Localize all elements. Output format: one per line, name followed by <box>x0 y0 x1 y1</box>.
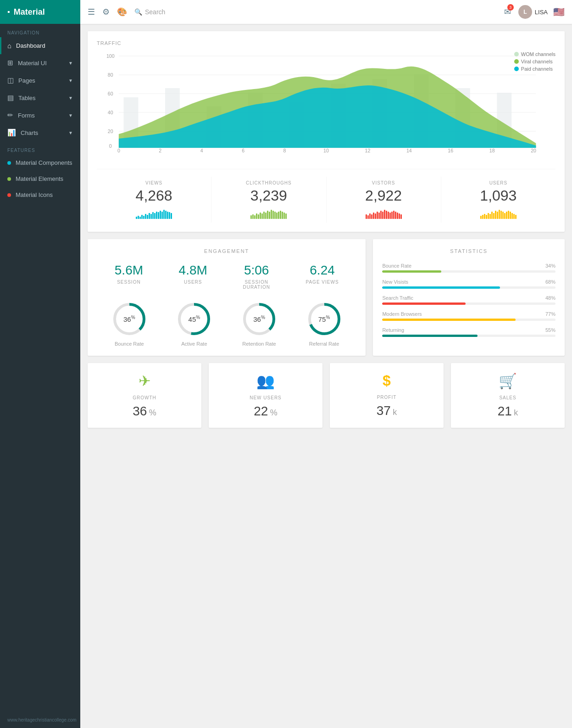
eng-users: 4.8M USERS <box>179 263 207 290</box>
cart-icon: 🛒 <box>460 372 555 390</box>
topbar-right: L LISA 🇺🇸 <box>518 5 565 19</box>
mini-bar <box>271 210 272 219</box>
mini-bar <box>371 214 372 219</box>
eng-value: 4.8M <box>179 263 207 278</box>
stat-bar-pct: 34% <box>545 263 555 269</box>
mini-bar <box>491 212 493 219</box>
svg-text:20: 20 <box>531 148 536 152</box>
mini-bar <box>513 214 515 219</box>
stat-bar-fill <box>382 270 441 273</box>
legend-dot-paid <box>514 67 519 71</box>
stat-bar-pct: 77% <box>545 311 555 317</box>
mini-bars-views <box>97 208 211 219</box>
mini-bar <box>493 213 494 219</box>
mini-bars-click <box>211 208 326 219</box>
sidebar-item-label: Material Elements <box>16 175 63 182</box>
sidebar-item-charts[interactable]: 📊 Charts ▼ <box>0 124 80 141</box>
sidebar-item-material-components[interactable]: Material Components <box>0 155 80 171</box>
dot-icon <box>7 177 11 181</box>
svg-text:0: 0 <box>117 148 120 152</box>
main-content: ☰ ⚙ 🎨 🔍 Search ✉ 3 L LISA 🇺🇸 TRAFFIC <box>80 0 572 728</box>
mini-bar <box>399 213 400 219</box>
sidebar-item-dashboard[interactable]: ⌂ Dashboard <box>0 37 80 54</box>
user-menu[interactable]: L LISA <box>518 5 548 19</box>
sidebar-item-pages[interactable]: ◫ Pages ▼ <box>0 72 80 89</box>
sidebar-item-tables[interactable]: ▤ Tables ▼ <box>0 89 80 106</box>
svg-text:60: 60 <box>108 91 113 96</box>
mini-bar <box>489 214 491 219</box>
sidebar-item-material-ui[interactable]: ⊞ Material UI ▼ <box>0 54 80 72</box>
stat-bar-returning: Returning 55% <box>382 327 555 337</box>
mini-bar <box>386 211 387 219</box>
eng-label: USERS <box>179 280 207 285</box>
svg-text:6: 6 <box>242 148 244 152</box>
dollar-icon: $ <box>339 372 434 389</box>
sidebar-item-forms[interactable]: ✏ Forms ▼ <box>0 106 80 124</box>
search-placeholder[interactable]: Search <box>145 8 165 16</box>
bottom-card-new-users: 👥 NEW USERS 22 % <box>209 363 322 428</box>
engagement-card: ENGAGEMENT 5.6M SESSION 4.8M USERS 5:06 … <box>88 239 366 356</box>
legend-label-viral: Viral channels <box>521 59 553 64</box>
donut-label: Retention Rate <box>241 341 278 347</box>
mini-bars-users <box>441 208 555 219</box>
mini-bar <box>145 214 146 219</box>
svg-text:10: 10 <box>323 148 329 152</box>
sidebar-item-material-elements[interactable]: Material Elements <box>0 171 80 187</box>
mini-bar <box>163 210 165 219</box>
donut-chart: 36% <box>111 301 148 337</box>
mini-bar <box>395 212 396 219</box>
mini-bar <box>382 212 383 219</box>
legend-item-viral: Viral channels <box>514 59 555 64</box>
card-label: PROFIT <box>339 395 434 400</box>
eng-value: 5.6M <box>115 263 143 278</box>
donut-label: Referral Rate <box>306 341 343 347</box>
menu-icon[interactable]: ☰ <box>88 7 95 17</box>
stat-bar-label: Returning <box>382 327 404 333</box>
mini-bar <box>278 212 279 219</box>
mail-container[interactable]: ✉ 3 <box>504 7 511 17</box>
mini-bar <box>377 212 378 219</box>
legend-item-wom: WOM channels <box>514 51 555 57</box>
logo-icon: ▪ <box>7 8 10 16</box>
stat-value: 4,268 <box>97 187 211 204</box>
nav-section-label: Navigation <box>0 24 80 37</box>
sidebar-item-material-icons[interactable]: Material Icons <box>0 187 80 203</box>
features-section-label: Features <box>0 141 80 155</box>
stat-clickthroughs: CLICKTHROUGHS 3,239 <box>211 177 326 223</box>
mini-bar <box>502 212 504 219</box>
tables-icon: ▤ <box>7 94 14 102</box>
settings-icon[interactable]: ⚙ <box>102 7 110 17</box>
mini-bar <box>260 213 261 219</box>
users-icon: 👥 <box>218 372 313 390</box>
stat-bar-label: Bounce Rate <box>382 263 411 269</box>
mini-bar <box>506 212 507 219</box>
chevron-down-icon: ▼ <box>68 78 73 83</box>
svg-text:12: 12 <box>365 148 371 152</box>
sidebar-item-label: Dashboard <box>16 42 45 49</box>
palette-icon[interactable]: 🎨 <box>117 7 127 17</box>
mini-bar <box>252 214 254 219</box>
mini-bar <box>280 211 281 219</box>
flag-icon[interactable]: 🇺🇸 <box>553 6 565 17</box>
user-name: LISA <box>535 9 548 16</box>
card-value: 21 k <box>460 404 555 419</box>
stat-bar-label: New Visists <box>382 279 408 285</box>
card-label: GROWTH <box>97 395 192 400</box>
mini-bar <box>488 213 489 219</box>
card-value: 37 k <box>339 403 434 418</box>
eng-label: PAGE VIEWS <box>306 280 339 285</box>
legend-label-paid: Paid channels <box>521 66 553 72</box>
stat-bar-fill <box>382 302 465 305</box>
mini-bar <box>265 213 267 219</box>
donut-chart: 45% <box>176 301 212 337</box>
mini-bar <box>486 215 487 219</box>
statistics-title: STATISTICS <box>382 248 555 254</box>
mini-bar <box>400 214 402 219</box>
growth-icon: ✈ <box>97 372 192 390</box>
mini-bar <box>261 213 263 219</box>
chevron-down-icon: ▼ <box>68 95 73 101</box>
sidebar-item-label: Material UI <box>18 60 47 67</box>
dot-icon <box>7 193 11 197</box>
stat-bar-fill <box>382 319 516 321</box>
mini-bar <box>267 211 268 219</box>
